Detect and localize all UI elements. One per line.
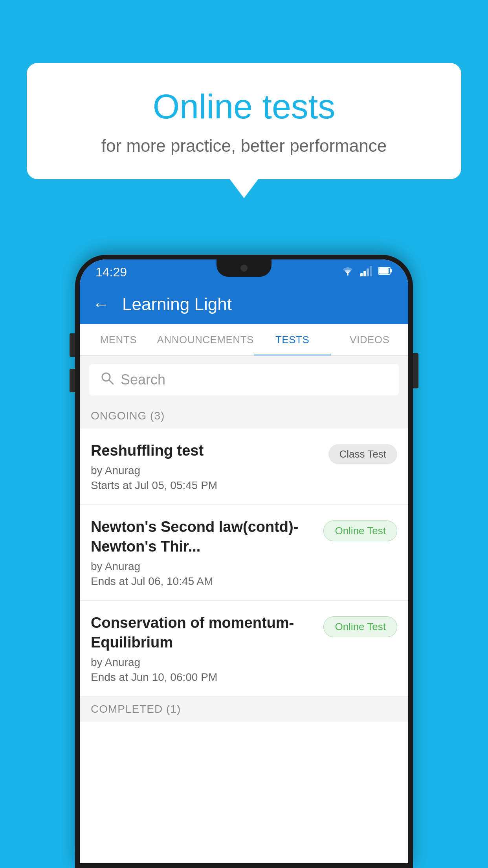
battery-icon (378, 266, 393, 278)
test-badge-online-3: Online Test (323, 616, 397, 637)
status-icons (341, 265, 393, 279)
tab-tests[interactable]: TESTS (254, 324, 331, 355)
phone-frame: 14:29 (75, 255, 413, 868)
test-date-2: Ends at Jul 06, 10:45 AM (91, 575, 316, 588)
wifi-icon (341, 265, 354, 279)
tab-bar: MENTS ANNOUNCEMENTS TESTS VIDEOS (80, 324, 408, 356)
phone-screen: 14:29 (80, 259, 408, 863)
svg-rect-7 (379, 268, 389, 274)
test-badge-online-2: Online Test (323, 520, 397, 541)
test-item-1[interactable]: Reshuffling test by Anurag Starts at Jul… (80, 428, 408, 505)
search-icon (100, 371, 114, 389)
svg-rect-3 (367, 268, 369, 276)
tab-announcements[interactable]: ANNOUNCEMENTS (157, 324, 254, 355)
volume-down-button[interactable] (70, 369, 75, 392)
speech-bubble: Online tests for more practice, better p… (27, 63, 461, 179)
test-name-1: Reshuffling test (91, 441, 321, 460)
svg-rect-6 (390, 269, 392, 272)
test-date-3: Ends at Jun 10, 06:00 PM (91, 671, 316, 684)
test-date-1: Starts at Jul 05, 05:45 PM (91, 479, 321, 492)
test-info-3: Conservation of momentum-Equilibrium by … (91, 613, 323, 684)
search-box[interactable]: Search (89, 364, 399, 395)
test-author-3: by Anurag (91, 656, 316, 669)
search-input[interactable]: Search (121, 371, 165, 388)
test-item-2[interactable]: Newton's Second law(contd)-Newton's Thir… (80, 505, 408, 601)
test-name-2: Newton's Second law(contd)-Newton's Thir… (91, 517, 316, 556)
tab-ments[interactable]: MENTS (80, 324, 157, 355)
speech-bubble-subtitle: for more practice, better performance (58, 136, 430, 156)
volume-up-button[interactable] (70, 333, 75, 357)
test-name-3: Conservation of momentum-Equilibrium (91, 613, 316, 652)
speech-bubble-title: Online tests (58, 86, 430, 127)
status-time: 14:29 (95, 265, 127, 280)
speech-bubble-container: Online tests for more practice, better p… (27, 63, 461, 198)
svg-line-9 (109, 380, 113, 384)
app-header: ← Learning Light (80, 285, 408, 324)
camera-icon (240, 265, 248, 272)
test-list: Reshuffling test by Anurag Starts at Jul… (80, 428, 408, 863)
app-title: Learning Light (122, 294, 232, 314)
svg-rect-1 (360, 273, 363, 276)
power-button[interactable] (413, 353, 418, 388)
tab-videos[interactable]: VIDEOS (331, 324, 408, 355)
svg-rect-4 (370, 266, 372, 276)
back-button[interactable]: ← (92, 294, 110, 314)
test-author-2: by Anurag (91, 560, 316, 573)
phone-notch (216, 259, 272, 277)
test-author-1: by Anurag (91, 464, 321, 477)
test-badge-class-1: Class Test (328, 444, 397, 464)
search-container: Search (80, 356, 408, 403)
test-item-3[interactable]: Conservation of momentum-Equilibrium by … (80, 601, 408, 697)
svg-point-0 (347, 274, 349, 276)
completed-section-header: COMPLETED (1) (80, 697, 408, 722)
test-info-2: Newton's Second law(contd)-Newton's Thir… (91, 517, 323, 588)
svg-rect-2 (363, 271, 366, 276)
test-info-1: Reshuffling test by Anurag Starts at Jul… (91, 441, 328, 492)
signal-icon (360, 265, 372, 279)
speech-bubble-arrow (230, 179, 258, 198)
ongoing-section-header: ONGOING (3) (80, 403, 408, 428)
